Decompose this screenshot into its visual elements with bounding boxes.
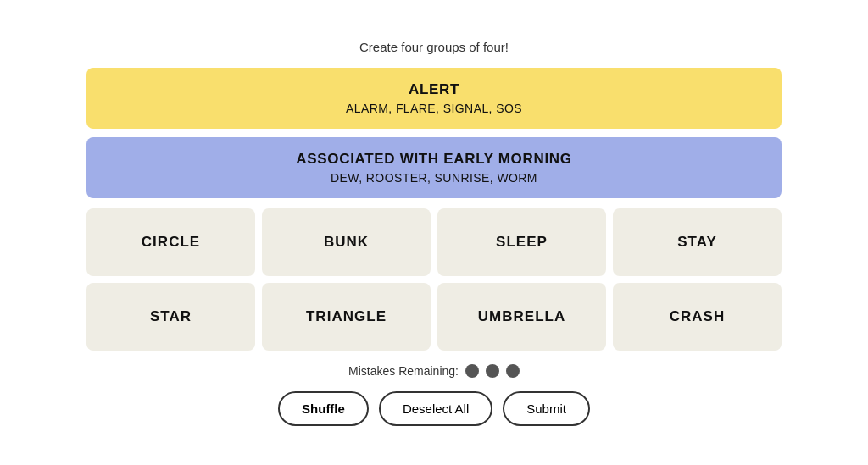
grid-cell-star[interactable]: STAR — [86, 283, 255, 351]
grid-cell-sleep[interactable]: SLEEP — [437, 208, 606, 276]
grid-cell-label-sleep: SLEEP — [496, 234, 548, 251]
grid-cell-label-bunk: BUNK — [324, 234, 369, 251]
grid-cell-crash[interactable]: CRASH — [613, 283, 782, 351]
submit-button[interactable]: Submit — [503, 391, 590, 426]
shuffle-button[interactable]: Shuffle — [278, 391, 369, 426]
grid-cell-label-umbrella: UMBRELLA — [478, 308, 566, 325]
grid-cell-label-triangle: TRIANGLE — [306, 308, 387, 325]
category-row-alert: ALERT ALARM, FLARE, SIGNAL, SOS — [86, 68, 782, 129]
word-grid: CIRCLE BUNK SLEEP STAY STAR TRIANGLE UMB… — [86, 208, 782, 351]
grid-cell-label-star: STAR — [150, 308, 192, 325]
grid-cell-triangle[interactable]: TRIANGLE — [262, 283, 431, 351]
mistakes-label: Mistakes Remaining: — [348, 364, 459, 378]
mistake-dot-1 — [465, 364, 479, 378]
grid-cell-bunk[interactable]: BUNK — [262, 208, 431, 276]
category-words-alert: ALARM, FLARE, SIGNAL, SOS — [103, 102, 765, 115]
deselect-all-button[interactable]: Deselect All — [379, 391, 492, 426]
category-title-morning: ASSOCIATED WITH EARLY MORNING — [103, 151, 765, 168]
mistake-dot-3 — [506, 364, 520, 378]
game-container: Create four groups of four! ALERT ALARM,… — [86, 40, 782, 426]
grid-cell-label-crash: CRASH — [670, 308, 726, 325]
grid-cell-label-stay: STAY — [677, 234, 717, 251]
grid-cell-circle[interactable]: CIRCLE — [86, 208, 255, 276]
category-title-alert: ALERT — [103, 81, 765, 98]
mistakes-row: Mistakes Remaining: — [348, 364, 520, 378]
category-words-morning: DEW, ROOSTER, SUNRISE, WORM — [103, 171, 765, 185]
instruction-text: Create four groups of four! — [359, 40, 509, 54]
grid-cell-umbrella[interactable]: UMBRELLA — [437, 283, 606, 351]
action-buttons: Shuffle Deselect All Submit — [278, 391, 590, 426]
mistake-dot-2 — [486, 364, 499, 378]
grid-cell-stay[interactable]: STAY — [613, 208, 782, 276]
category-row-morning: ASSOCIATED WITH EARLY MORNING DEW, ROOST… — [86, 137, 782, 198]
grid-cell-label-circle: CIRCLE — [142, 234, 200, 251]
